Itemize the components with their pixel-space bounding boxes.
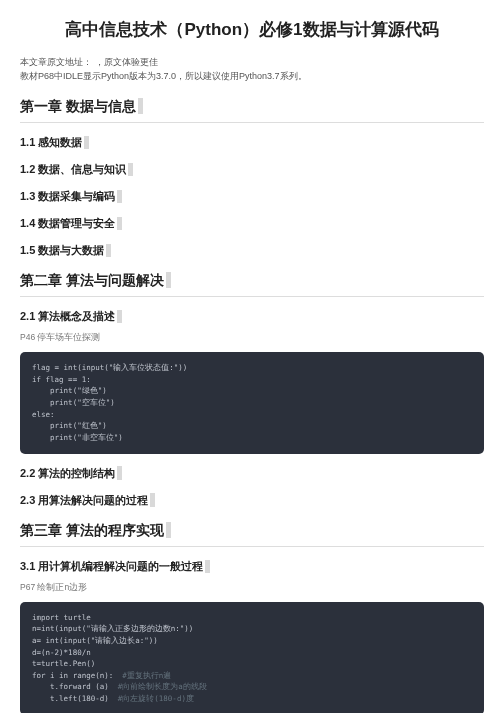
section-1-2: 1.2 数据、信息与知识 (20, 162, 484, 177)
code-block-p46[interactable]: flag = int(input("输入车位状态值:")) if flag ==… (20, 352, 484, 453)
page-title: 高中信息技术（Python）必修1数据与计算源代码 (20, 18, 484, 41)
heading-marker-icon (138, 98, 143, 114)
section-2-1: 2.1 算法概念及描述 (20, 309, 484, 324)
chapter-1-heading: 第一章 数据与信息 (20, 98, 484, 123)
chapter-3-heading: 第三章 算法的程序实现 (20, 522, 484, 547)
section-1-1: 1.1 感知数据 (20, 135, 484, 150)
section-1-3: 1.3 数据采集与编码 (20, 189, 484, 204)
intro-prefix: 本文章原文地址： (20, 57, 92, 67)
section-1-4: 1.4 数据管理与安全 (20, 216, 484, 231)
chapter-2-heading: 第二章 算法与问题解决 (20, 272, 484, 297)
intro-origin-link[interactable]: ，原文体验更佳 (95, 57, 158, 67)
section-2-2: 2.2 算法的控制结构 (20, 466, 484, 481)
section-2-3: 2.3 用算法解决问题的过程 (20, 493, 484, 508)
section-1-5: 1.5 数据与大数据 (20, 243, 484, 258)
section-3-1: 3.1 用计算机编程解决问题的一般过程 (20, 559, 484, 574)
code-block-p67[interactable]: import turtle n=int(input("请输入正多边形的边数n:"… (20, 602, 484, 713)
code-caption-p46: P46 停车场车位探测 (20, 332, 484, 344)
intro-block: 本文章原文地址： ，原文体验更佳 教材P68中IDLE显示Python版本为3.… (20, 55, 484, 84)
intro-line2: 教材P68中IDLE显示Python版本为3.7.0，所以建议使用Python3… (20, 71, 307, 81)
code-caption-p67: P67 绘制正n边形 (20, 582, 484, 594)
